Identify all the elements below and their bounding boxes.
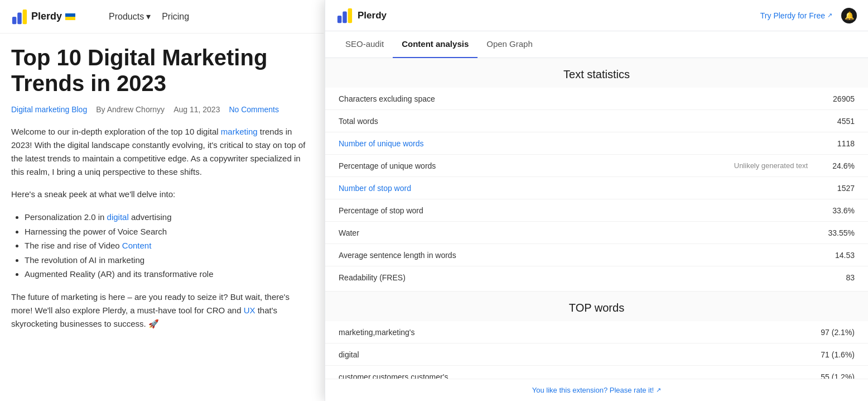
stats-right-4: 1527 [821,184,855,193]
stats-value-2: 1118 [821,139,855,148]
stats-value-5: 33.6% [821,206,855,215]
ux-link[interactable]: UX [244,305,255,315]
word-label-2: customer,customers,customer's [339,373,448,379]
overlay-panel: Plerdy Try Plerdy for Free ↗ 🔔 SEO-audit… [325,0,868,401]
blog-comments[interactable]: No Comments [229,105,278,114]
plerdy-logo-icon [11,8,28,25]
word-row: digital71 (1.6%) [325,343,868,366]
stats-note-3: Unlikely generated text [734,161,808,170]
list-item: The revolution of AI in marketing [25,253,312,268]
list-item: Harnessing the power of Voice Search [25,225,312,239]
content-link[interactable]: Content [122,241,152,250]
stats-right-8: 83 [821,273,855,282]
word-label-1: digital [339,350,359,359]
stats-value-8: 83 [821,273,855,282]
word-value-1: 71 (1.6%) [821,350,855,359]
bell-symbol: 🔔 [845,11,854,20]
stats-label-0: Characters excluding space [339,94,435,103]
blog-nav: Plerdy Products ▾ Pricing [0,0,324,34]
blog-logo: Plerdy [11,8,75,25]
panel-footer: You like this extension? Please rate it!… [325,379,868,401]
stats-label-6: Water [339,228,359,237]
stats-value-7: 14.53 [821,251,855,260]
stats-label-5: Percentage of stop word [339,206,423,215]
stats-right-1: 4551 [821,117,855,126]
tab-open-graph[interactable]: Open Graph [478,31,542,58]
word-row: marketing,marketing's97 (2.1%) [325,321,868,343]
blog-peek: Here's a sneak peek at what we'll delve … [11,188,312,201]
word-value-0: 97 (2.1%) [821,328,855,337]
word-value-2: 55 (1.2%) [821,373,855,379]
svg-rect-4 [343,11,347,23]
stats-row: Water33.55% [325,222,868,244]
stats-value-1: 4551 [821,117,855,126]
list-item: Augmented Reality (AR) and its transform… [25,267,312,281]
stats-right-2: 1118 [821,139,855,148]
stats-value-4: 1527 [821,184,855,193]
stats-label-8: Readability (FRES) [339,273,406,282]
header-right: Try Plerdy for Free ↗ 🔔 [760,8,857,23]
blog-list: Personalization 2.0 in digital advertisi… [11,210,312,281]
svg-rect-1 [17,12,22,24]
svg-rect-2 [23,9,27,23]
stats-right-0: 26905 [821,94,855,103]
stats-label-3: Percentage of unique words [339,161,436,170]
blog-content: Top 10 Digital Marketing Trends in 2023 … [0,34,324,331]
marketing-link[interactable]: marketing [221,127,258,136]
svg-rect-0 [12,17,17,24]
digital-link[interactable]: digital [107,212,129,222]
stats-label-4[interactable]: Number of stop word [339,184,411,193]
notification-bell[interactable]: 🔔 [841,8,857,23]
panel-content[interactable]: Text statistics Characters excluding spa… [325,58,868,379]
word-rows: marketing,marketing's97 (2.1%)digital71 … [325,321,868,379]
list-item: The rise and rise of Video Content [25,238,312,253]
ukraine-flag [65,13,75,20]
stats-row: Percentage of unique wordsUnlikely gener… [325,155,868,177]
stats-value-0: 26905 [821,94,855,103]
tab-seo-audit[interactable]: SEO-audit [336,31,393,58]
chevron-down-icon: ▾ [146,11,151,22]
stats-rows: Characters excluding space26905Total wor… [325,88,868,289]
stats-value-3: 24.6% [821,161,855,170]
tab-seo-audit-label: SEO-audit [345,39,384,49]
stats-row: Readability (FRES)83 [325,266,868,289]
stats-label-2[interactable]: Number of unique words [339,139,424,148]
stats-value-6: 33.55% [821,228,855,237]
try-free-link[interactable]: Try Plerdy for Free ↗ [760,11,832,20]
blog-author: By Andrew Chornyy [96,105,165,114]
stats-row: Average sentence length in words14.53 [325,244,868,266]
svg-rect-5 [348,8,353,22]
blog-logo-text: Plerdy [31,11,62,22]
stats-row: Percentage of stop word33.6% [325,199,868,222]
blog-title: Top 10 Digital Marketing Trends in 2023 [11,45,312,96]
stats-row: Characters excluding space26905 [325,88,868,110]
panel-logo: Plerdy [336,7,387,24]
blog-intro: Welcome to our in-depth exploration of t… [11,125,312,179]
top-words-section: TOP words marketing,marketing's97 (2.1%)… [325,291,868,379]
stats-label-1: Total words [339,117,378,126]
word-label-0: marketing,marketing's [339,328,415,337]
nav-products[interactable]: Products ▾ [109,11,151,22]
rate-text: You like this extension? Please rate it! [532,386,654,394]
list-item: Personalization 2.0 in digital advertisi… [25,210,312,225]
try-free-text: Try Plerdy for Free [760,11,825,20]
stats-row: Total words4551 [325,110,868,132]
blog-page: Plerdy Products ▾ Pricing Top 10 Digital… [0,0,324,401]
top-words-title: TOP words [325,291,868,321]
panel-logo-icon [336,7,353,24]
nav-pricing[interactable]: Pricing [162,12,189,22]
panel-logo-text: Plerdy [358,10,387,21]
external-link-icon: ↗ [827,12,832,19]
stats-right-3: Unlikely generated text24.6% [734,161,855,170]
stats-row: Number of stop word1527 [325,177,868,199]
blog-category[interactable]: Digital marketing Blog [11,105,87,114]
tab-content-analysis-label: Content analysis [402,39,469,49]
blog-footer: The future of marketing is here – are yo… [11,290,312,331]
stats-right-6: 33.55% [821,228,855,237]
panel-tabs: SEO-audit Content analysis Open Graph [325,31,868,58]
word-row: customer,customers,customer's55 (1.2%) [325,366,868,379]
tab-content-analysis[interactable]: Content analysis [393,31,478,58]
tab-open-graph-label: Open Graph [486,39,533,49]
rate-link[interactable]: You like this extension? Please rate it!… [336,386,857,394]
text-statistics-title: Text statistics [325,58,868,88]
